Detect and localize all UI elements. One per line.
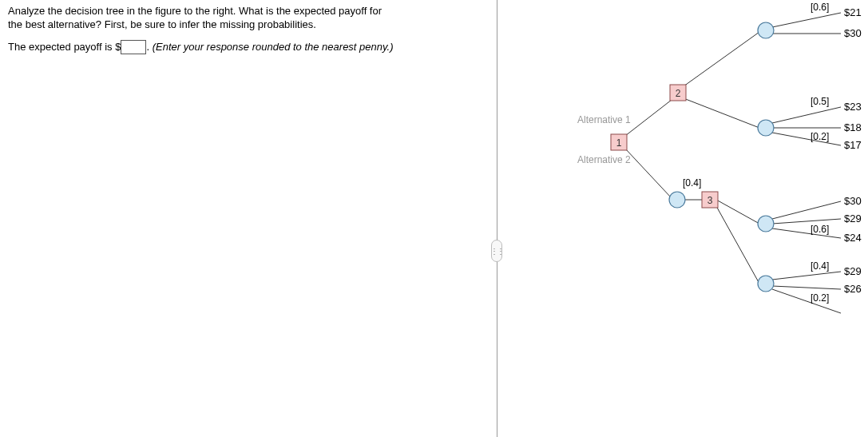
svg-line-2 [684, 32, 759, 86]
alt1-label: Alternative 1 [577, 114, 631, 125]
svg-line-10 [716, 200, 759, 224]
tree-svg: 1 2 3 [497, 0, 868, 437]
prob-botA: [0.6] [811, 224, 829, 235]
node-3-label: 3 [707, 195, 713, 206]
prob-topA: [0.6] [811, 2, 829, 13]
svg-line-4 [772, 13, 841, 27]
svg-line-3 [684, 98, 759, 128]
payoff-6: $30 [844, 195, 862, 207]
prob-midB: [0.2] [811, 131, 829, 142]
payoff-8: $24 [844, 232, 862, 244]
payoff-10: $26 [844, 283, 862, 295]
prob-alt2-top: [0.4] [683, 177, 701, 189]
svg-line-8 [772, 133, 841, 145]
answer-line: The expected payoff is $. (Enter your re… [8, 40, 489, 54]
payoff-7: $29 [844, 213, 862, 224]
svg-line-1 [625, 149, 672, 198]
decision-tree: 1 2 3 Alternative 1 Alternative 2 [0.6] … [497, 0, 868, 437]
alt2-label: Alternative 2 [577, 154, 631, 165]
svg-line-12 [772, 201, 841, 219]
svg-line-11 [716, 206, 759, 284]
svg-line-0 [625, 100, 672, 136]
svg-line-13 [772, 219, 841, 224]
node-2-label: 2 [676, 88, 681, 99]
node-1-label: 1 [616, 137, 622, 149]
svg-line-15 [772, 272, 841, 280]
chance-node-a [758, 22, 774, 38]
payoff-5: $17 [844, 139, 862, 151]
svg-line-17 [772, 289, 841, 313]
payoff-4: $18 [844, 121, 862, 133]
expected-payoff-input[interactable] [121, 40, 146, 54]
chance-node-d [758, 276, 774, 292]
payoff-9: $29 [844, 265, 862, 277]
prob-midA: [0.5] [811, 96, 829, 107]
question-text: Analyze the decision tree in the figure … [8, 5, 489, 32]
svg-line-16 [772, 286, 841, 289]
svg-line-14 [772, 228, 841, 238]
payoff-3: $23 [844, 101, 862, 113]
svg-line-6 [772, 107, 841, 123]
chance-node-b [758, 120, 774, 136]
chance-node-c [758, 216, 774, 232]
chance-node-alt2 [669, 192, 685, 208]
payoff-2: $30 [844, 27, 862, 39]
answer-hint: (Enter your response rounded to the near… [153, 41, 394, 53]
question-panel: Analyze the decision tree in the figure … [0, 0, 497, 67]
prob-lowA: [0.4] [811, 260, 829, 272]
payoff-1: $21 [844, 6, 862, 18]
prob-lowB: [0.2] [811, 292, 829, 304]
